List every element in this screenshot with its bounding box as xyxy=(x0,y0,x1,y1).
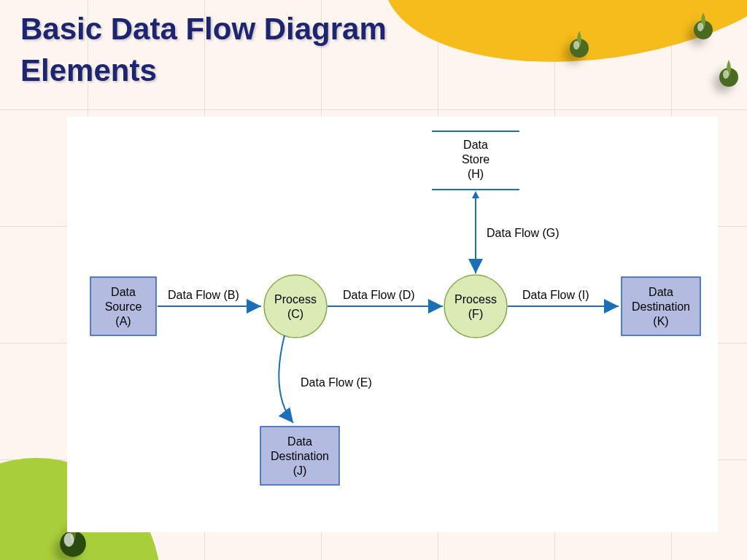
svg-text:(K): (K) xyxy=(653,315,668,327)
svg-text:Data Flow (D): Data Flow (D) xyxy=(343,289,415,301)
title-line-2: Elements xyxy=(20,50,387,92)
svg-text:Process: Process xyxy=(454,293,497,306)
process-c: Process (C) xyxy=(264,275,327,338)
data-flow-b: Data Flow (B) xyxy=(158,289,261,306)
process-f: Process (F) xyxy=(444,275,507,338)
data-store-h: Data Store (H) xyxy=(432,131,519,190)
svg-point-7 xyxy=(64,533,74,547)
svg-text:(J): (J) xyxy=(293,464,307,477)
slide-title: Basic Data Flow Diagram Elements xyxy=(20,9,387,91)
svg-point-3 xyxy=(697,23,703,31)
svg-text:(C): (C) xyxy=(287,308,303,320)
svg-text:Data Flow (G): Data Flow (G) xyxy=(487,227,560,239)
svg-text:Data: Data xyxy=(287,435,312,448)
diagram-canvas: Data Store (H) Data Flow (G) Data Source… xyxy=(67,117,718,532)
svg-text:Data: Data xyxy=(463,139,488,151)
data-destination-j: Data Destination (J) xyxy=(260,427,339,485)
data-destination-k: Data Destination (K) xyxy=(622,277,700,335)
droplet-icon xyxy=(719,58,739,88)
svg-text:Data Flow (B): Data Flow (B) xyxy=(168,289,239,301)
svg-text:Store: Store xyxy=(462,153,489,166)
svg-point-5 xyxy=(723,70,729,79)
data-flow-g: Data Flow (G) xyxy=(472,191,560,273)
svg-text:Data Flow (E): Data Flow (E) xyxy=(301,376,372,389)
svg-point-22 xyxy=(264,275,327,338)
svg-text:Destination: Destination xyxy=(632,300,690,313)
svg-text:Source: Source xyxy=(105,300,142,313)
droplet-icon xyxy=(569,29,589,58)
svg-point-27 xyxy=(444,275,507,338)
data-flow-i: Data Flow (I) xyxy=(508,289,619,306)
svg-text:Data: Data xyxy=(649,286,673,298)
svg-text:Destination: Destination xyxy=(271,450,329,462)
svg-text:(H): (H) xyxy=(468,168,484,180)
svg-text:(A): (A) xyxy=(115,315,131,327)
data-flow-e: Data Flow (E) xyxy=(279,335,371,423)
title-line-1: Basic Data Flow Diagram xyxy=(20,9,387,50)
svg-text:Data Flow (I): Data Flow (I) xyxy=(522,289,589,301)
data-flow-d: Data Flow (D) xyxy=(328,289,443,306)
data-source-a: Data Source (A) xyxy=(90,277,156,335)
svg-text:(F): (F) xyxy=(468,308,483,320)
svg-text:Data: Data xyxy=(111,286,136,298)
svg-point-1 xyxy=(573,41,579,50)
droplet-icon xyxy=(693,11,713,40)
svg-text:Process: Process xyxy=(274,293,317,306)
